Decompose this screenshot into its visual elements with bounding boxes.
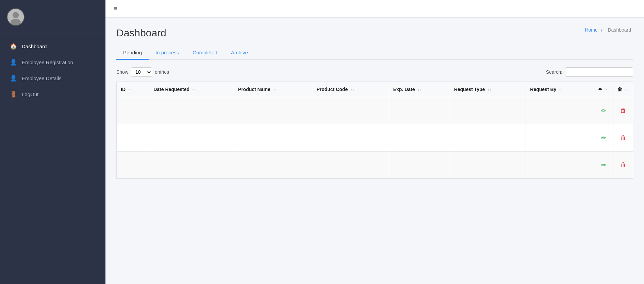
employee-details-icon: 👤 [10,75,17,82]
sidebar-nav: 🏠 Dashboard 👤 Employee Registration 👤 Em… [0,33,105,284]
table-row: ✏ 🗑 [117,152,633,179]
cell-id [117,124,149,152]
col-id: ID ↑↓ [117,82,149,97]
delete-button[interactable]: 🗑 [619,160,628,170]
sidebar-item-label: LogOut [22,91,38,97]
table-controls: Show 10 25 50 100 entries Search: [116,67,633,77]
cell-exp-date [389,124,450,152]
search-control: Search: [546,67,633,77]
employee-reg-icon: 👤 [10,59,17,66]
delete-button[interactable]: 🗑 [619,106,628,116]
delete-button[interactable]: 🗑 [619,133,628,143]
hamburger-menu-icon[interactable]: ≡ [114,5,118,13]
tab-pending[interactable]: Pending [116,46,149,60]
cell-request-by [526,124,594,152]
avatar [7,8,24,26]
edit-button[interactable]: ✏ [600,160,608,170]
cell-delete: 🗑 [613,97,633,124]
table-row: ✏ 🗑 [117,124,633,152]
sidebar-item-employee-details[interactable]: 👤 Employee Details [0,70,105,86]
page-title: Dashboard [116,27,166,39]
cell-request-by [526,152,594,179]
cell-edit: ✏ [594,97,613,124]
col-date-requested: Date Requested ↑↓ [149,82,234,97]
show-label: Show [116,69,128,75]
col-edit: ✏ ↑↓ [594,82,613,97]
cell-edit: ✏ [594,124,613,152]
cell-date-requested [149,124,234,152]
home-icon: 🏠 [10,43,17,50]
cell-date-requested [149,97,234,124]
search-input[interactable] [565,67,633,77]
topbar: ≡ [105,0,644,18]
cell-id [117,97,149,124]
col-request-by: Request By ↑↓ [526,82,594,97]
cell-request-type [450,97,526,124]
sidebar-item-logout[interactable]: 🚪 LogOut [0,86,105,102]
breadcrumb-current: Dashboard [608,27,631,33]
sort-icon-id[interactable]: ↑↓ [128,88,132,92]
entries-label: entries [155,69,169,75]
tabs-container: Pending In process Completed Archive [116,46,633,60]
cell-product-code [312,124,389,152]
edit-button[interactable]: ✏ [600,106,608,116]
sort-icon-product-name[interactable]: ↑↓ [273,88,277,92]
tab-archive[interactable]: Archive [224,46,255,60]
cell-product-name [234,152,312,179]
cell-id [117,152,149,179]
col-product-code: Product Code ↑↓ [312,82,389,97]
sidebar-item-label: Employee Details [22,75,62,81]
entries-select[interactable]: 10 25 50 100 [131,67,152,77]
col-product-name: Product Name ↑↓ [234,82,312,97]
tab-completed[interactable]: Completed [186,46,224,60]
sidebar-item-label: Employee Registration [22,59,73,65]
cell-product-name [234,124,312,152]
table-row: ✏ 🗑 [117,97,633,124]
cell-request-by [526,97,594,124]
table-header-row: ID ↑↓ Date Requested ↑↓ Product Name ↑↓ … [117,82,633,97]
sort-icon-edit[interactable]: ↑↓ [605,88,609,92]
sort-icon-exp-date[interactable]: ↑↓ [417,88,421,92]
cell-product-name [234,97,312,124]
sort-icon-request-type[interactable]: ↑↓ [488,88,491,92]
sidebar: 🏠 Dashboard 👤 Employee Registration 👤 Em… [0,0,105,284]
svg-point-2 [11,19,21,25]
sort-icon-delete[interactable]: ↑↓ [625,88,629,92]
sort-icon-product-code[interactable]: ↑↓ [350,88,354,92]
cell-date-requested [149,152,234,179]
content-area: Dashboard Home / Dashboard Pending In pr… [105,18,644,284]
page-header: Dashboard Home / Dashboard [116,27,633,39]
logout-icon: 🚪 [10,91,17,98]
svg-point-1 [13,12,19,18]
sidebar-header [0,0,105,33]
main-content: ≡ Dashboard Home / Dashboard Pending In … [105,0,644,284]
sidebar-item-employee-registration[interactable]: 👤 Employee Registration [0,54,105,70]
cell-delete: 🗑 [613,152,633,179]
edit-button[interactable]: ✏ [600,133,608,143]
breadcrumb-home-link[interactable]: Home [585,27,597,33]
search-label: Search: [546,69,562,75]
cell-exp-date [389,152,450,179]
sort-icon-date[interactable]: ↑↓ [192,88,196,92]
cell-request-type [450,124,526,152]
col-delete: 🗑 ↑↓ [613,82,633,97]
cell-product-code [312,97,389,124]
cell-exp-date [389,97,450,124]
sidebar-item-label: Dashboard [22,43,47,49]
sort-icon-request-by[interactable]: ↑↓ [559,88,563,92]
entries-control: Show 10 25 50 100 entries [116,67,169,77]
sidebar-item-dashboard[interactable]: 🏠 Dashboard [0,38,105,54]
cell-request-type [450,152,526,179]
data-table: ID ↑↓ Date Requested ↑↓ Product Name ↑↓ … [116,82,633,179]
tab-in-process[interactable]: In process [149,46,186,60]
breadcrumb: Home / Dashboard [585,27,633,33]
cell-delete: 🗑 [613,124,633,152]
col-exp-date: Exp. Date ↑↓ [389,82,450,97]
breadcrumb-separator: / [601,27,602,33]
col-request-type: Request Type ↑↓ [450,82,526,97]
cell-edit: ✏ [594,152,613,179]
cell-product-code [312,152,389,179]
